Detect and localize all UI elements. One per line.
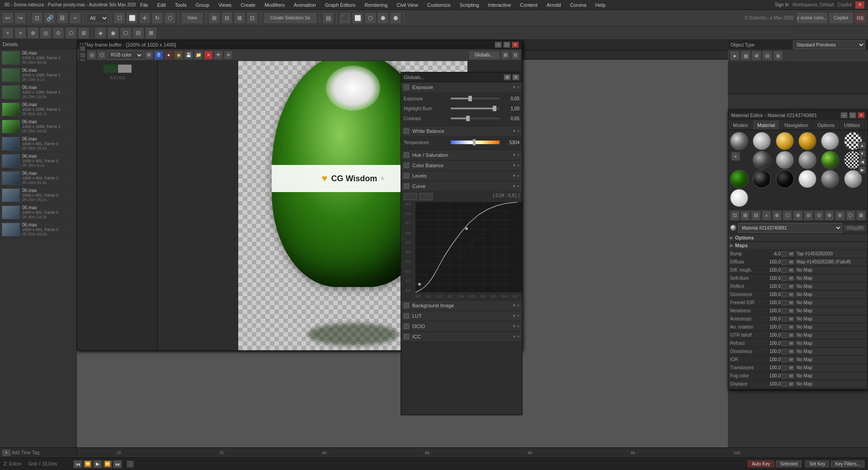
color-balance-header[interactable]: Color Balance ▼ ≡ — [401, 160, 522, 170]
anisotropy-toggle[interactable]: M — [788, 316, 794, 322]
swatch-green[interactable] — [104, 65, 117, 73]
mat-tb-1[interactable]: ⊡ — [730, 211, 740, 221]
mat-scroll-down[interactable]: ▼ — [859, 150, 866, 157]
key-filters-btn[interactable]: Key Filters... — [831, 461, 864, 467]
menu-scripting[interactable]: Scripting — [455, 0, 484, 9]
an-rotation-toggle[interactable]: M — [788, 324, 794, 330]
history-item[interactable]: 06.max 1920 x 1080, frame 1 0h 50m 34,7s — [0, 101, 76, 118]
mat-sphere-5[interactable] — [821, 132, 839, 150]
play-prev-btn[interactable]: ⏪ — [83, 460, 92, 468]
fb-close2-btn[interactable]: ✕ — [204, 51, 213, 60]
t2-btn8[interactable]: ◈ — [94, 27, 106, 39]
mat-tb-6[interactable]: ⬡ — [783, 211, 792, 221]
fb-color-select[interactable]: RGB color — [107, 51, 143, 60]
lut-header[interactable]: LUT ▼ ≡ — [401, 311, 522, 321]
t2-btn7[interactable]: ⊞ — [78, 27, 90, 39]
highlight-burn-slider[interactable] — [451, 108, 500, 109]
self-illum-toggle[interactable]: M — [788, 276, 794, 281]
bump-checkbox[interactable] — [782, 251, 787, 257]
curve-point2[interactable] — [465, 227, 468, 230]
translucent-checkbox[interactable] — [782, 365, 787, 371]
gtr-falloff-checkbox[interactable] — [782, 333, 787, 338]
mat-maps-header[interactable]: ▶ Maps — [728, 242, 868, 249]
mat-tb-7[interactable]: ⊕ — [793, 211, 802, 221]
unlink-btn[interactable]: ⛓ — [57, 12, 68, 24]
bump-toggle[interactable]: M — [788, 251, 794, 257]
mat-sphere-16[interactable] — [821, 170, 839, 188]
fb-save-btn[interactable]: 💾 — [184, 51, 193, 60]
mat-sphere-15[interactable] — [798, 170, 816, 188]
t2-btn2[interactable]: ⌖ — [14, 27, 26, 39]
menu-help[interactable]: Help — [591, 0, 610, 9]
mat-tb-8[interactable]: ⊘ — [804, 211, 813, 221]
select-object-btn[interactable]: ⊡ — [31, 12, 43, 24]
hue-saturation-header[interactable]: Hue / Saturation ▼ ≡ — [401, 150, 522, 160]
mat-tb-10[interactable]: ⊛ — [825, 211, 834, 221]
mat-tb-4[interactable]: × — [762, 211, 771, 221]
history-item[interactable]: 06.max 1920 x 1080, frame 1 0h 34m 50,0s — [0, 49, 76, 66]
an-rotation-map[interactable]: No Map — [795, 324, 866, 331]
contrast-thumb[interactable] — [466, 116, 470, 121]
curve-check[interactable] — [404, 183, 409, 189]
rotate-btn[interactable]: ↻ — [151, 12, 163, 24]
menu-modifiers[interactable]: Modifiers — [260, 0, 289, 9]
ocio-check[interactable] — [404, 324, 409, 329]
translucent-map[interactable]: No Map — [795, 364, 866, 371]
menu-corona[interactable]: Corona — [566, 0, 591, 9]
sign-in[interactable]: Sign In — [775, 2, 789, 7]
t2-btn9[interactable]: ◉ — [107, 27, 119, 39]
menu-tools[interactable]: Tools — [170, 0, 191, 9]
icc-more[interactable]: ≡ — [517, 334, 519, 339]
reflect-checkbox[interactable] — [782, 284, 787, 289]
mat-sphere-7[interactable] — [753, 151, 771, 169]
move-btn[interactable]: ✛ — [139, 12, 151, 24]
mat-sphere-12[interactable] — [730, 170, 748, 188]
link-btn[interactable]: 🔗 — [44, 12, 56, 24]
mat-minimize-btn[interactable]: ─ — [840, 112, 848, 118]
fb-close-btn[interactable]: ✕ — [512, 42, 519, 48]
mat-scroll-right[interactable]: ▶ — [859, 166, 866, 174]
cmd-btn5[interactable]: ⊞ — [773, 51, 783, 61]
glossiness-checkbox[interactable] — [782, 292, 787, 297]
mat-sphere-4[interactable] — [798, 132, 816, 150]
mat-plus-btn[interactable]: + — [731, 152, 740, 161]
ior-checkbox[interactable] — [782, 357, 787, 362]
history-item[interactable]: 06.max 1600 x 900, frame 2 0h 14m 50,4s — [0, 169, 76, 187]
curve-graph[interactable] — [415, 202, 523, 292]
fb-blue-btn[interactable]: B — [154, 51, 163, 60]
menu-customize[interactable]: Customize — [423, 0, 455, 9]
t2-btn1[interactable]: + — [2, 27, 14, 39]
redo-btn[interactable]: ↪ — [14, 12, 26, 24]
undo-btn[interactable]: ↩ — [2, 12, 14, 24]
reflect-toggle[interactable]: M — [788, 284, 794, 289]
mat-options-header[interactable]: ▶ Options — [730, 235, 866, 240]
mat-tb-2[interactable]: ⊞ — [741, 211, 750, 221]
fresnel-checkbox[interactable] — [782, 300, 787, 306]
exposure-more[interactable]: ≡ — [517, 85, 519, 89]
history-item[interactable]: 06.max 1600 x 901, frame 0 0h 28m 29,6s — [0, 135, 76, 152]
create-sel-btn[interactable]: Create Selection Se — [263, 12, 317, 24]
curve-more[interactable]: ≡ — [517, 184, 519, 188]
cmd-btn4[interactable]: ⊟ — [762, 51, 772, 61]
fb-circ2-btn[interactable]: ◉ — [174, 51, 183, 60]
copilot-label[interactable]: Copilot — [838, 2, 852, 7]
mat-sphere-3[interactable] — [776, 132, 794, 150]
mat-maximize-btn[interactable]: □ — [849, 112, 856, 118]
wb-expand[interactable]: ▼ — [512, 129, 516, 133]
diff-rough-checkbox[interactable] — [782, 268, 787, 273]
mat-sphere-18[interactable] — [730, 189, 748, 207]
fb-rgb-btn[interactable]: ◎ — [87, 51, 96, 60]
mat-tb-11[interactable]: ⊚ — [835, 211, 844, 221]
render1-btn[interactable]: ⬛ — [339, 12, 351, 24]
bump-map[interactable]: Tap #1459282093 (Fabric01_disp.jpg) — [795, 250, 866, 258]
diffuse-map[interactable]: Map #1459282085 (Falloff) — [795, 258, 866, 266]
fresnel-map[interactable]: No Map — [795, 299, 866, 306]
t2-btn4[interactable]: ◎ — [40, 27, 52, 39]
displace-checkbox[interactable] — [782, 381, 787, 387]
hs-check[interactable] — [404, 152, 409, 158]
history-item[interactable]: 06.max 1920 x 1080, frame 1 0h 13m 9,1s — [0, 66, 76, 84]
mat-tb-3[interactable]: ⊟ — [751, 211, 760, 221]
fb-globals-btn[interactable]: Globals... — [468, 51, 500, 60]
mat-sphere-14[interactable] — [776, 170, 794, 188]
glossiness2-checkbox[interactable] — [782, 349, 787, 354]
